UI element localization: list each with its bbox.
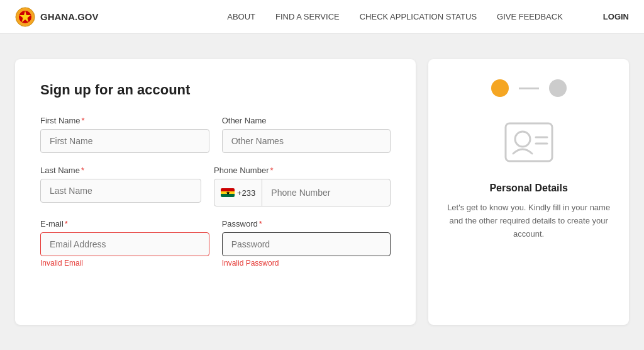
email-input[interactable]: [40, 232, 209, 256]
person-details-icon: [501, 117, 557, 167]
name-row: First Name* Other Name: [40, 116, 391, 153]
first-name-label: First Name*: [40, 116, 209, 125]
phone-group: Phone Number* +233: [214, 166, 391, 206]
password-group: Password* Invalid Password: [222, 219, 391, 268]
phone-label: Phone Number*: [214, 166, 391, 175]
password-input[interactable]: [222, 232, 391, 256]
info-card: Personal Details Let's get to know you. …: [428, 59, 629, 325]
nav-check-status[interactable]: CHECK APPLICATION STATUS: [360, 12, 477, 21]
phone-country-code: +233: [237, 188, 255, 198]
last-name-group: Last Name*: [40, 166, 201, 206]
email-error: Invalid Email: [40, 259, 209, 268]
card-section-title: Personal Details: [489, 183, 568, 194]
page-body: Sign up for an account First Name* Other…: [0, 34, 644, 350]
logo-text: GHANA.GOV: [40, 11, 99, 22]
nav-feedback[interactable]: GIVE FEEDBACK: [497, 12, 563, 21]
first-name-group: First Name*: [40, 116, 209, 153]
nav-login[interactable]: LOGIN: [603, 12, 629, 21]
phone-input-wrapper: +233: [214, 179, 391, 206]
phone-number-input[interactable]: [262, 181, 390, 204]
phone-flag-prefix: +233: [214, 179, 262, 206]
signup-form-card: Sign up for an account First Name* Other…: [15, 59, 416, 325]
site-logo[interactable]: GHANA.GOV: [15, 7, 99, 27]
password-label: Password*: [222, 219, 391, 229]
last-name-input[interactable]: [40, 179, 201, 203]
other-name-label: Other Name: [222, 116, 391, 125]
nav-find-service[interactable]: FIND A SERVICE: [275, 12, 340, 21]
navbar: GHANA.GOV ABOUT FIND A SERVICE CHECK APP…: [0, 0, 644, 34]
nav-about[interactable]: ABOUT: [227, 12, 255, 21]
ghana-flag-icon: [221, 188, 235, 197]
logo-icon: [15, 7, 35, 27]
step-2-dot: [549, 79, 567, 97]
email-label: E-mail*: [40, 219, 209, 229]
step-indicator: [491, 79, 567, 97]
last-name-required: *: [81, 166, 84, 175]
email-required: *: [65, 219, 68, 229]
nav-links: ABOUT FIND A SERVICE CHECK APPLICATION S…: [227, 12, 629, 21]
card-description: Let's get to know you. Kindly fill in yo…: [443, 201, 614, 240]
form-title: Sign up for an account: [40, 82, 391, 98]
first-name-required: *: [82, 116, 85, 125]
email-group: E-mail* Invalid Email: [40, 219, 209, 268]
last-phone-row: Last Name* Phone Number* +233: [40, 166, 391, 206]
svg-point-3: [515, 132, 530, 147]
password-required: *: [259, 219, 262, 229]
other-name-input[interactable]: [222, 129, 391, 153]
card-icon-area: [501, 117, 557, 170]
step-1-dot: [491, 79, 509, 97]
password-error: Invalid Password: [222, 259, 391, 268]
phone-required: *: [270, 166, 273, 175]
email-password-row: E-mail* Invalid Email Password* Invalid …: [40, 219, 391, 268]
step-line: [519, 88, 539, 89]
first-name-input[interactable]: [40, 129, 209, 153]
other-name-group: Other Name: [222, 116, 391, 153]
last-name-label: Last Name*: [40, 166, 201, 175]
